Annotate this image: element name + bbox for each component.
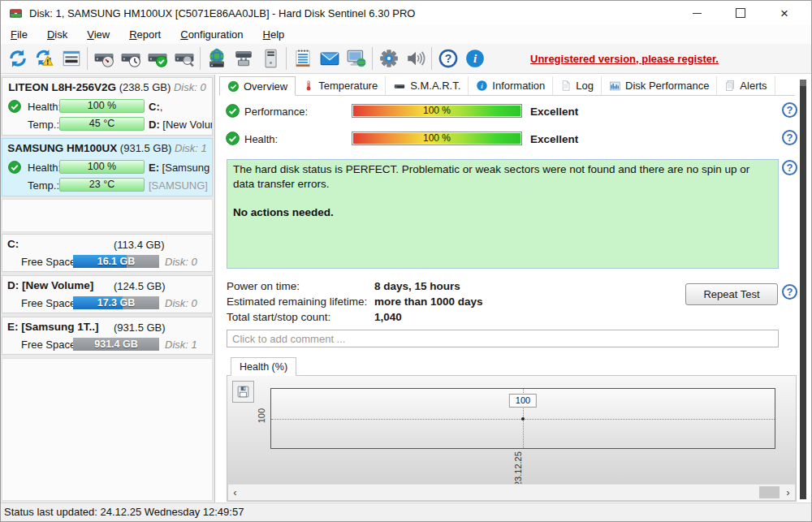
toolbar-separator bbox=[200, 47, 201, 70]
partition-item-e[interactable]: E: [Samsung 1T..] (931.5 GB) Free Space … bbox=[2, 317, 213, 355]
refresh-button[interactable] bbox=[4, 46, 31, 71]
scrollbar-thumb[interactable] bbox=[759, 486, 780, 498]
free-space-bar: 16.1 GB bbox=[73, 255, 159, 268]
partition-name: C: bbox=[7, 238, 19, 250]
tab-log[interactable]: Log bbox=[553, 76, 602, 95]
report-button[interactable] bbox=[58, 46, 84, 71]
disk-item-liteon[interactable]: LITEON L8H-256V2G (238.5 GB) Disk: 0 Hea… bbox=[2, 77, 213, 136]
health-ok-icon bbox=[225, 131, 240, 149]
vertical-scrollbar[interactable] bbox=[800, 80, 806, 499]
partition-item-c[interactable]: C: (113.4 GB) Free Space 16.1 GB Disk: 0 bbox=[2, 234, 213, 272]
scroll-left-icon[interactable]: ‹ bbox=[228, 485, 242, 500]
temp-value: 23 °C bbox=[59, 178, 145, 192]
disk-remove-button[interactable] bbox=[230, 46, 257, 71]
toolbar: ? i Unregistered version, please registe… bbox=[1, 44, 811, 74]
menu-file[interactable]: File bbox=[1, 27, 37, 42]
help-button[interactable]: ? bbox=[434, 46, 461, 71]
health-ok-icon bbox=[7, 160, 22, 177]
menu-report[interactable]: Report bbox=[119, 27, 171, 42]
partition-item-d[interactable]: D: [New Volume] (124.5 GB) Free Space 17… bbox=[2, 275, 213, 313]
drive-icon bbox=[393, 80, 406, 92]
partition-size: (124.5 GB) bbox=[114, 280, 166, 292]
save-chart-button[interactable] bbox=[232, 381, 254, 403]
tab-overview[interactable]: Overview bbox=[219, 76, 296, 96]
disk-remove-icon bbox=[233, 48, 254, 69]
refresh-icon bbox=[7, 48, 28, 69]
tab-alerts[interactable]: Alerts bbox=[717, 76, 775, 95]
chart-tab-health[interactable]: Health (%) bbox=[231, 357, 296, 376]
minimize-button[interactable] bbox=[675, 1, 719, 25]
health-bar: 100 % bbox=[352, 132, 522, 145]
performance-ok-icon bbox=[225, 103, 240, 121]
sidebar-spacer bbox=[2, 199, 213, 232]
menu-view[interactable]: View bbox=[77, 27, 119, 42]
disk-number: Disk: 0 bbox=[174, 81, 206, 93]
performance-label: Performance: bbox=[244, 106, 308, 118]
help-status-icon[interactable]: ? bbox=[782, 160, 797, 175]
chart-plot-area: 100 bbox=[270, 388, 775, 449]
refresh-alert-button[interactable] bbox=[31, 46, 58, 71]
free-space-value: 17.3 GB bbox=[73, 296, 159, 309]
tab-disk-performance[interactable]: Disk Performance bbox=[602, 76, 717, 95]
repeat-test-button[interactable]: Repeat Test bbox=[685, 283, 778, 305]
menu-disk[interactable]: Disk bbox=[37, 27, 77, 42]
tab-label: Overview bbox=[244, 80, 287, 93]
power-on-label: Power on time: bbox=[227, 280, 300, 292]
settings-button[interactable] bbox=[375, 46, 402, 71]
help-performance-icon[interactable]: ? bbox=[782, 102, 797, 118]
disk-name: LITEON L8H-256V2G bbox=[8, 81, 116, 93]
partition-disk: Disk: 1 bbox=[165, 339, 197, 351]
disk-tower-button[interactable] bbox=[257, 46, 283, 71]
tab-temperature[interactable]: Temperature bbox=[296, 76, 386, 95]
close-button[interactable]: × bbox=[762, 1, 806, 25]
maximize-button[interactable] bbox=[719, 1, 762, 25]
tab-smart[interactable]: S.M.A.R.T. bbox=[386, 76, 469, 95]
health-label: Health: bbox=[28, 101, 61, 113]
menu-configuration[interactable]: Configuration bbox=[171, 27, 253, 42]
temp-label: Temp.: bbox=[28, 119, 59, 131]
menu-help[interactable]: Help bbox=[253, 27, 295, 42]
register-link[interactable]: Unregistered version, please register. bbox=[530, 53, 719, 65]
scroll-right-icon[interactable]: › bbox=[781, 485, 795, 500]
sidebar: LITEON L8H-256V2G (238.5 GB) Disk: 0 Hea… bbox=[1, 75, 215, 503]
disk-clock-button[interactable] bbox=[117, 46, 144, 71]
power-on-value: 8 days, 15 hours bbox=[374, 280, 460, 292]
notes-button[interactable] bbox=[289, 46, 316, 71]
chart-scrollbar[interactable]: ‹ › bbox=[228, 484, 795, 500]
info-button[interactable]: i bbox=[461, 46, 488, 71]
performance-rating: Excellent bbox=[530, 106, 578, 118]
disk-gauge-button[interactable] bbox=[90, 46, 117, 71]
disk-clock-icon bbox=[120, 48, 141, 69]
chart-icon bbox=[609, 80, 621, 92]
tab-information[interactable]: i Information bbox=[469, 76, 553, 95]
network-drive-button[interactable] bbox=[203, 46, 230, 71]
network-monitor-icon bbox=[346, 48, 367, 69]
volume-list: [SAMSUNG] bbox=[149, 179, 212, 192]
health-value: 100 % bbox=[352, 132, 521, 145]
help-health-icon[interactable]: ? bbox=[782, 130, 797, 145]
save-icon bbox=[236, 385, 250, 399]
email-button[interactable] bbox=[316, 46, 343, 71]
disk-name: SAMSUNG HM100UX bbox=[7, 142, 117, 154]
sound-button[interactable] bbox=[402, 46, 429, 71]
free-space-value: 931.4 GB bbox=[73, 338, 159, 351]
settings-gear-icon bbox=[378, 48, 400, 69]
page-icon bbox=[560, 80, 572, 92]
title-bar: Disk: 1, SAMSUNG HM100UX [C5071E86AA0JLB… bbox=[1, 1, 811, 25]
disk-item-samsung[interactable]: SAMSUNG HM100UX (931.5 GB) Disk: 1 Healt… bbox=[2, 138, 213, 196]
disk-number: Disk: 1 bbox=[175, 142, 207, 154]
disk-search-button[interactable] bbox=[171, 46, 197, 71]
network-monitor-button[interactable] bbox=[343, 46, 369, 71]
help-test-icon[interactable]: ? bbox=[782, 284, 797, 300]
tab-label: Information bbox=[492, 80, 545, 92]
disk-accept-button[interactable] bbox=[144, 46, 171, 71]
free-space-label: Free Space bbox=[21, 339, 76, 351]
disk-size: (238.5 GB) bbox=[119, 81, 171, 93]
status-line: The hard disk status is PERFECT. Problem… bbox=[233, 162, 772, 192]
scrollbar-cap bbox=[800, 80, 806, 86]
volume-list: E: [Samsung 1 bbox=[149, 162, 212, 174]
tab-label: S.M.A.R.T. bbox=[410, 80, 460, 92]
disk-search-icon bbox=[174, 48, 195, 69]
toolbar-separator bbox=[87, 47, 88, 70]
comment-input[interactable] bbox=[227, 330, 779, 347]
